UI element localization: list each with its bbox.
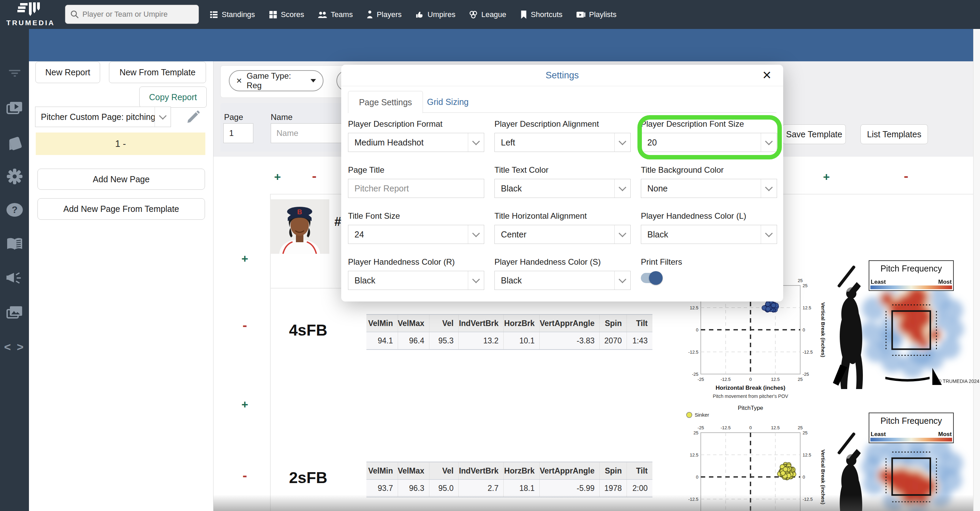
brand-text: TRUMEDIA (6, 19, 55, 27)
add-new-page-button[interactable]: Add New Page (37, 169, 205, 190)
filter-chip-game-type[interactable]: × Game Type: Reg (229, 70, 323, 91)
field-label: Title Font Size (348, 211, 484, 221)
nav-scores[interactable]: Scores (269, 10, 304, 19)
top-navbar: TRUMEDIA Player or Team or Umpire Standi… (0, 0, 980, 29)
add-new-page-from-template-button[interactable]: Add New Page From Template (37, 198, 205, 220)
svg-text:Vertical Break (inches): Vertical Break (inches) (820, 302, 826, 357)
field-player-handedness-color-s: Player Handedness Color (S) Black (495, 257, 631, 290)
pitch-label-2sfb: 2sFB (271, 468, 345, 487)
new-report-button[interactable]: New Report (35, 62, 100, 83)
chevron-down-icon (468, 271, 484, 290)
title-font-size-select[interactable]: 24 (348, 225, 484, 244)
player-handedness-color-r-select[interactable]: Black (348, 271, 484, 290)
svg-text:25: 25 (803, 430, 807, 435)
save-template-button[interactable]: Save Template (783, 124, 846, 144)
nav-label: Playlists (589, 10, 617, 19)
nav-league[interactable]: League (469, 10, 506, 19)
col-header: HorzBrk (503, 462, 539, 479)
player-description-format-select[interactable]: Medium Headshot (348, 133, 484, 152)
field-value: Medium Headshot (348, 138, 468, 148)
nav-label: Umpires (428, 10, 456, 19)
new-from-template-button[interactable]: New From Template (109, 62, 206, 83)
close-icon[interactable]: × (758, 66, 776, 84)
chevron-down-icon (614, 225, 630, 244)
stat-cell: 94.1 (366, 332, 398, 349)
add-row-button[interactable]: + (240, 252, 250, 265)
report-select[interactable]: Pitcher Custom Page: pitching -... (35, 107, 171, 127)
toggle-knob (649, 271, 663, 285)
title-text-color-select[interactable]: Black (495, 179, 631, 198)
report-select-value: Pitcher Custom Page: pitching -... (35, 112, 154, 122)
divider (341, 86, 783, 86)
tab-page-settings[interactable]: Page Settings (348, 91, 423, 113)
remove-column-button[interactable]: - (901, 168, 911, 184)
svg-text:© TRUMEDIA 2024: © TRUMEDIA 2024 (938, 379, 980, 384)
nav-players[interactable]: Players (366, 10, 401, 19)
stat-cell: 95.3 (429, 332, 458, 349)
remove-column-button[interactable]: - (309, 168, 320, 184)
remove-row-button[interactable]: - (240, 317, 250, 333)
list-templates-button[interactable]: List Templates (861, 124, 928, 144)
print-filters-toggle[interactable] (641, 273, 660, 283)
search-input[interactable]: Player or Team or Umpire (65, 5, 199, 24)
copy-report-button[interactable]: Copy Report (139, 86, 207, 108)
page-number-value: 1 (229, 129, 234, 138)
svg-text:12.5: 12.5 (690, 305, 698, 310)
svg-text:-12.5: -12.5 (721, 425, 731, 430)
bottom-scroll-shadow (213, 495, 973, 511)
field-player-description-alignment: Player Description Alignment Left (495, 119, 631, 152)
modal-title: Settings (341, 70, 783, 81)
page-number-input[interactable]: 1 (223, 123, 253, 143)
megaphone-icon[interactable] (0, 272, 29, 285)
pitch-frequency-heatmap-4sfb: Pitch FrequencyLeastMost© TRUMEDIA 2024 (831, 252, 980, 395)
player-handedness-color-s-select[interactable]: Black (495, 271, 631, 290)
nav-teams[interactable]: Teams (318, 10, 353, 19)
nav-standings[interactable]: Standings (209, 10, 255, 19)
chevron-down-icon (468, 133, 484, 151)
gallery-icon[interactable] (0, 306, 29, 320)
page-title-input[interactable]: Pitcher Report (348, 179, 484, 198)
svg-text:?: ? (11, 204, 18, 215)
edit-pencil-icon[interactable] (186, 110, 200, 125)
field-label: Player Description Alignment (495, 119, 631, 129)
add-column-button[interactable]: + (272, 170, 283, 184)
code-icon[interactable]: < > (0, 340, 29, 353)
app-window: TRUMEDIA Player or Team or Umpire Standi… (0, 0, 980, 511)
gear-icon[interactable] (0, 168, 29, 185)
title-horizontal-alignment-select[interactable]: Center (495, 225, 631, 244)
trumedia-logo[interactable]: TRUMEDIA (3, 2, 58, 27)
field-player-handedness-color-l: Player Handedness Color (L) Black (641, 211, 777, 244)
tab-grid-sizing[interactable]: Grid Sizing (427, 91, 469, 113)
nav-umpires[interactable]: Umpires (415, 10, 456, 19)
field-label: Player Handedness Color (L) (641, 211, 777, 221)
add-column-button[interactable]: + (821, 170, 832, 184)
player-description-alignment-select[interactable]: Left (495, 133, 631, 152)
svg-text:12.5: 12.5 (771, 377, 780, 382)
nav-shortcuts[interactable]: Shortcuts (520, 10, 563, 19)
add-row-button[interactable]: + (240, 398, 250, 411)
svg-text:Pitch Frequency: Pitch Frequency (881, 416, 942, 425)
trumedia-logo-icon (18, 2, 44, 18)
video-playlist-icon[interactable] (0, 101, 29, 116)
teams-people-icon (318, 10, 327, 19)
close-icon[interactable]: × (236, 75, 242, 86)
page-list-item-1[interactable]: 1 - (36, 132, 205, 155)
nav-label: Players (377, 10, 401, 19)
stat-cell: 1978 (599, 480, 627, 497)
player-handedness-color-l-select[interactable]: Black (641, 225, 777, 244)
title-background-color-select[interactable]: None (641, 179, 777, 198)
field-label: Player Handedness Color (R) (348, 257, 484, 267)
remove-row-button[interactable]: - (240, 468, 250, 483)
help-icon[interactable]: ? (0, 203, 29, 217)
chevron-down-icon (614, 271, 630, 290)
stat-cell: 95.0 (429, 480, 458, 497)
field-label: Page Title (348, 165, 484, 175)
cards-icon[interactable] (0, 135, 29, 151)
svg-text:12.5: 12.5 (803, 452, 811, 457)
svg-text:Pitch movement from pitcher's: Pitch movement from pitcher's POV (713, 393, 788, 399)
filter-icon[interactable] (0, 69, 29, 77)
book-icon[interactable] (0, 237, 29, 251)
field-value: Pitcher Report (348, 184, 484, 194)
nav-playlists[interactable]: Playlists (576, 10, 617, 19)
svg-text:-12.5: -12.5 (803, 350, 813, 355)
